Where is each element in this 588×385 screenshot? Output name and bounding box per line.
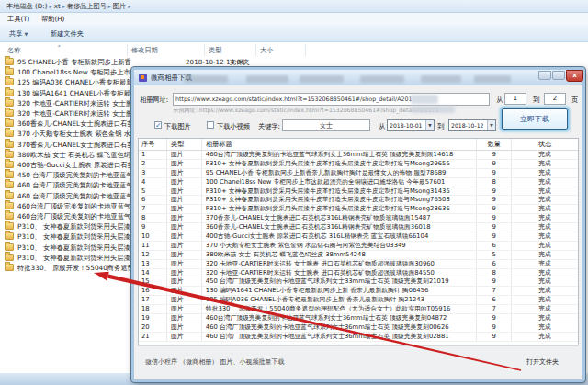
album-cell: 完成 (512, 242, 578, 250)
folder-icon (5, 243, 14, 251)
close-button[interactable]: x (566, 70, 583, 82)
album-cell: P310+ 女神春夏新款到货采用头层漆牛皮革打造头层漆皮牛皮定制打造与Msong… (202, 205, 477, 213)
folder-icon (5, 58, 14, 65)
album-row[interactable]: 11图片370 小天鹅专柜女士腕表 紫色金钢 水晶钻石圈与同紫色完美结合0334… (139, 242, 578, 251)
folder-row[interactable]: 95 CHANEL小香 专柜新款同步上新香奈...2018-10-12 14:0… (5, 58, 131, 68)
album-row[interactable]: 18图片特批330、 原版开发！55040商务遮型的理想配色（尤为适合女士）此款… (139, 305, 578, 314)
dialog-title-bar[interactable]: 微商相册下载 x (134, 70, 582, 85)
censor-smudge (421, 75, 461, 83)
album-row[interactable]: 10图片400古驰-Gucci女士腕表 原装进口石英机芯 316L精钢表壳 蓝宝… (139, 232, 578, 242)
folder-row[interactable]: P310、 女神春夏新款到货采用头层漆牛... (5, 232, 131, 243)
folder-row[interactable]: P310、 女神春夏新款到货采用头层漆牛... (5, 222, 131, 232)
calendar-dropdown-icon[interactable]: ▼ (487, 120, 495, 130)
album-row[interactable]: 7图片P310+ 女神春夏新款到货采用头层漆牛皮革打造头层漆皮牛皮定制打造与Ms… (139, 205, 578, 214)
folder-row[interactable]: 320 卡地亚-CARTIER时来运转 女士腕表... (5, 99, 131, 109)
album-cell: 图片 (167, 296, 202, 304)
album-cell: 图片 (167, 314, 202, 323)
folder-row[interactable]: 460 台湾厂顶级完美复刻的卡地亚蓝气球... (5, 181, 131, 191)
open-folder-link[interactable]: 打开文件夹 (526, 357, 559, 367)
album-cell: 18 (139, 305, 167, 313)
album-cell: 5 (477, 251, 512, 259)
folder-row[interactable]: 125 编码A036 CHANEL小香专柜最新款... (5, 78, 131, 88)
folder-row[interactable]: 400古驰-Gucci女士腕表 原装进口石英机... (5, 161, 131, 171)
folder-icon (5, 254, 14, 261)
album-row[interactable]: 6图片P310+ 女神春夏新款到货采用头层漆牛皮革打造头层漆皮牛皮定制打造与Ms… (139, 196, 578, 205)
album-row[interactable]: 2图片P310+ 女神春夏新款到货采用头层漆牛皮革打造头层漆皮牛皮定制打造与Ms… (139, 160, 578, 169)
folder-icon (5, 109, 14, 117)
folder-row[interactable]: 460台湾厂顶级完美复刻的卡地亚蓝气球... (5, 202, 131, 212)
folder-row[interactable]: 320 卡地亚-CARTIER时来运转 女士腕表... (5, 109, 131, 119)
album-row[interactable]: 12图片380欧米茄 女士 石英机芯 蝶飞蓝色绢丝皮 38mm542485完成 (139, 251, 578, 260)
album-row[interactable]: 19图片460台湾厂顶级完美复刻的卡地亚蓝气球系列女士36mm瑞士石英 顶级完美… (139, 314, 578, 323)
censor-smudge (411, 95, 438, 104)
download-now-button[interactable]: 立即下载 (502, 108, 568, 130)
date-to-label: 到 (437, 122, 444, 131)
album-cell: 特批330、 原版开发！55040商务遮型的理想配色（尤为适合女士）此款实用的T… (202, 305, 477, 313)
album-row[interactable]: 15图片450 台湾厂顶级完美复刻的卡地亚蓝气球系列女士33mm瑞士石英 顶级完… (139, 277, 578, 287)
date-from-picker[interactable]: ▼2018-10-01 (387, 119, 435, 131)
album-row[interactable]: 5图片P310+ 女神春夏新款到货采用头层漆牛皮革打造头层漆皮牛皮定制打造与Ms… (139, 187, 578, 197)
album-cell: 370 小天鹅专柜女士腕表 紫色金钢 水晶钻石圈与同紫色完美结合03349 (202, 242, 477, 250)
censor-smudge (360, 75, 404, 83)
album-table-body: 1图片460台湾厂顶级完美复刻的卡地亚蓝气球系列女士36mm瑞士石英 顶级完美复… (139, 151, 578, 342)
folder-row[interactable]: 360香奈儿-CHANEL女士腕表进口石英... (5, 119, 131, 130)
album-cell: 9 (477, 333, 512, 341)
folder-name: 95 CHANEL小香 专柜新款同步上新香奈... (17, 58, 131, 67)
folder-row[interactable]: 450 台湾厂顶级完美复刻的卡地亚蓝气球... (5, 171, 131, 181)
album-row[interactable]: 17图片125 编码A036 CHANEL小香专柜最新款同步上新 香奈儿最新款胸… (139, 296, 578, 305)
album-row[interactable]: 8图片370香奈儿-CHANEL女士腕表进口石英机芯316L精钢表壳矿物质玻璃镜… (139, 214, 578, 223)
album-cell: 9 (477, 323, 512, 332)
header-title[interactable]: 相册标题 (202, 139, 477, 150)
folder-row[interactable]: P310、 女神春夏新款到货采用头层漆牛... (5, 243, 131, 254)
album-row[interactable]: 1图片460台湾厂顶级完美复刻的卡地亚蓝气球系列女士36mm瑞士石英 顶级完美复… (139, 151, 578, 160)
album-cell: 15 (139, 277, 167, 286)
folder-row[interactable]: 460 台湾厂顶级完美复刻的卡地亚蓝气球... (5, 192, 131, 202)
minimize-button[interactable] (538, 71, 551, 80)
album-row[interactable]: 20图片460 台湾厂顶级完美复刻的卡地亚蓝气球系列女士36mm瑞士石英 顶级完… (139, 323, 578, 333)
album-row[interactable]: 3图片95 CHANEL小香 专柜新款同步上新香奈儿新款胸针胸针是最懂女人的饰物… (139, 169, 578, 178)
folder-icon (5, 151, 14, 158)
album-cell: 380欧米茄 女士 石英机芯 蝶飞蓝色绢丝皮 38mm54248 (202, 251, 477, 259)
album-cell: 9 (477, 232, 512, 241)
header-status[interactable]: 状态 (512, 139, 578, 150)
album-cell: 370香奈儿-CHANEL女士腕表进口石英机芯316L精钢表壳矿物质玻璃镜面15… (202, 214, 477, 222)
folder-row[interactable]: 460台湾厂顶级完美复刻的卡地亚蓝气球... (5, 212, 131, 222)
folder-row[interactable]: 特批330、 原版开发！55040商务遮型的... (5, 264, 131, 274)
folder-name: 450 台湾厂顶级完美复刻的卡地亚蓝气球... (17, 171, 131, 180)
album-row[interactable]: 14图片320 卡地亚-CARTIER时来运转 女士腕表 进口石英机芯矿物质超强… (139, 269, 578, 278)
album-cell: 图片 (167, 187, 202, 196)
album-row[interactable]: 16图片130 编码A1641 CHANEL小香专柜最新款同步上新 香奈儿最新款… (139, 287, 578, 296)
folder-row[interactable]: 370香奈儿-CHANEL女士腕表进口石英... (5, 141, 131, 151)
calendar-dropdown-icon[interactable]: ▼ (425, 120, 434, 130)
folder-row[interactable]: 380欧米茄 女士 石英机芯 蝶飞蓝色绢丝... (5, 151, 131, 161)
album-cell: 图片 (167, 323, 202, 332)
folder-name: 320 卡地亚-CARTIER时来运转 女士腕表... (17, 99, 131, 108)
album-cell: 图片 (167, 232, 202, 241)
page-to-input[interactable]: 2 (544, 93, 566, 105)
maximize-button[interactable] (552, 71, 565, 80)
folder-row[interactable]: 130 编码A1641 CHANEL小香专柜最新... (5, 89, 131, 99)
folder-row[interactable]: P310、 女神春夏新款到货采用头层漆牛... (5, 254, 131, 264)
folder-row[interactable]: 370 小天鹅专柜女士腕表 紫色金钢 水晶... (5, 130, 131, 140)
album-cell: 6 (139, 196, 167, 204)
header-index[interactable]: 序号 (139, 139, 167, 150)
album-row[interactable]: 13图片320 卡地亚-CARTIER时来运转 女士腕表 进口石英机芯矿物质超强… (139, 260, 578, 269)
date-to-picker[interactable]: ▼2018-10-12 (448, 119, 496, 131)
folder-name: 125 编码A036 CHANEL小香专柜最新款... (17, 78, 131, 87)
album-cell: 360香奈儿-CHANEL女士腕表进口石英机芯316L精钢表壳矿物质玻璃镜面36… (202, 223, 477, 232)
album-row[interactable]: 21图片460 台湾厂顶级完美复刻的卡地亚蓝气球系列女士36mm瑞士石英 顶级完… (139, 333, 578, 342)
album-url-input[interactable]: https://www.xzeago.com/static/index.html… (173, 93, 490, 106)
album-row[interactable]: 4图片100 Chanel18ss New 专柜同步上市这款超漂亮的全铜镶进口施… (139, 178, 578, 187)
keyword-input[interactable]: 女士 (282, 119, 370, 131)
album-row[interactable]: 9图片360香奈儿-CHANEL女士腕表进口石英机芯316L精钢表壳矿物质玻璃镜… (139, 223, 578, 232)
header-quantity[interactable]: 数量 (477, 139, 512, 150)
album-cell: 12 (139, 251, 167, 259)
page-from-input[interactable]: 1 (504, 93, 526, 105)
download-image-checkbox[interactable]: ✓ (154, 121, 162, 129)
album-cell: 完成 (512, 223, 578, 232)
header-type[interactable]: 类型 (167, 139, 202, 150)
download-video-checkbox[interactable] (207, 121, 214, 129)
album-cell: 完成 (512, 160, 578, 168)
album-table: 序号 类型 相册标题 数量 状态 1图片460台湾厂顶级完美复刻的卡地亚蓝气球系… (138, 138, 579, 345)
folder-row[interactable]: 100 Chanel18ss New 专柜同步上市这... (5, 68, 131, 78)
